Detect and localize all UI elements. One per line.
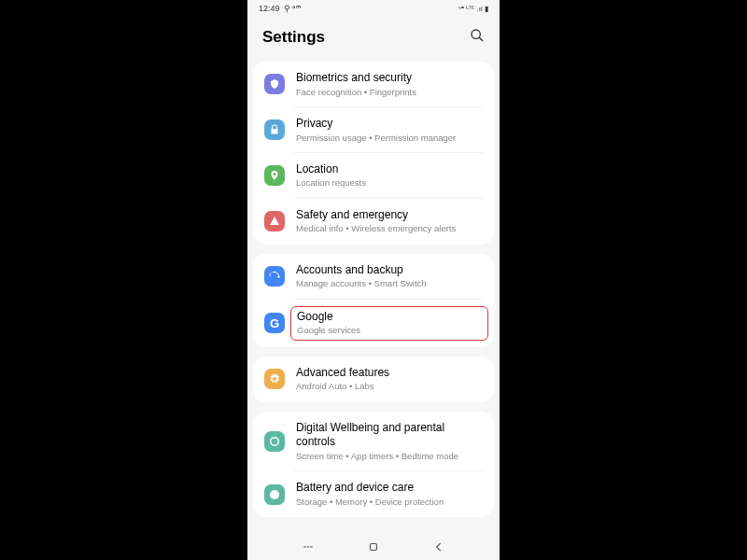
item-title: Advanced features [296, 366, 483, 381]
item-text: Safety and emergencyMedical info • Wirel… [296, 208, 483, 235]
settings-item-battery[interactable]: Battery and device careStorage • Memory … [253, 471, 494, 517]
search-icon [470, 28, 485, 43]
svg-rect-5 [371, 544, 377, 551]
settings-list: Biometrics and securityFace recognition … [247, 62, 500, 517]
svg-line-1 [479, 37, 483, 41]
settings-section: Digital Wellbeing and parental controlsS… [253, 412, 494, 517]
settings-section: Accounts and backupManage accounts • Sma… [253, 254, 494, 347]
item-subtitle: Medical info • Wireless emergency alerts [296, 223, 483, 234]
status-right: ᵛᵒ ᴸᵀᴱ .ıl ▮ [458, 5, 488, 13]
settings-item-google[interactable]: GGoogleGoogle services [253, 300, 494, 347]
page-title: Settings [262, 28, 325, 47]
search-button[interactable] [470, 28, 485, 47]
item-title: Digital Wellbeing and parental controls [296, 421, 483, 450]
item-subtitle: Google services [297, 325, 482, 336]
item-subtitle: Location requests [296, 177, 483, 189]
sync-icon [264, 266, 285, 287]
settings-item-advanced[interactable]: Advanced featuresAndroid Auto • Labs [253, 357, 494, 402]
settings-section: Advanced featuresAndroid Auto • Labs [253, 357, 494, 402]
settings-item-location[interactable]: LocationLocation requests [253, 153, 494, 199]
item-text: Digital Wellbeing and parental controlsS… [296, 421, 483, 463]
svg-point-0 [472, 30, 480, 38]
battery-icon [264, 484, 285, 505]
settings-item-digital[interactable]: Digital Wellbeing and parental controlsS… [253, 412, 494, 472]
header: Settings [247, 17, 500, 62]
status-bar: 12:49 ⚲ ᵃᵐ ᵛᵒ ᴸᵀᴱ .ıl ▮ [247, 0, 500, 17]
item-title: Biometrics and security [296, 71, 483, 86]
item-text: GoogleGoogle services [290, 306, 488, 341]
item-subtitle: Face recognition • Fingerprints [296, 87, 483, 98]
gear-icon [264, 369, 285, 389]
status-time: 12:49 [259, 4, 280, 13]
wellbeing-icon [264, 431, 285, 452]
settings-item-biometrics[interactable]: Biometrics and securityFace recognition … [253, 62, 494, 107]
status-indicators: ⚲ ᵃᵐ [284, 4, 303, 13]
item-text: PrivacyPermission usage • Permission man… [296, 117, 483, 144]
item-title: Location [296, 162, 483, 177]
lock-icon [264, 119, 285, 140]
pin-icon [264, 165, 285, 186]
item-subtitle: Manage accounts • Smart Switch [296, 278, 483, 289]
nav-home-button[interactable] [366, 539, 381, 554]
item-text: Advanced featuresAndroid Auto • Labs [296, 366, 483, 393]
item-text: Battery and device careStorage • Memory … [296, 481, 483, 508]
nav-recent-button[interactable] [301, 539, 316, 554]
item-text: LocationLocation requests [296, 162, 483, 189]
item-title: Google [297, 310, 482, 325]
item-title: Accounts and backup [296, 263, 483, 278]
nav-bar [247, 534, 500, 560]
item-text: Biometrics and securityFace recognition … [296, 71, 483, 98]
item-subtitle: Android Auto • Labs [296, 381, 483, 392]
item-subtitle: Permission usage • Permission manager [296, 133, 483, 144]
item-title: Privacy [296, 117, 483, 132]
item-subtitle: Screen time • App timers • Bedtime mode [296, 451, 483, 462]
shield-icon [264, 74, 285, 94]
g-icon: G [264, 313, 285, 333]
item-subtitle: Storage • Memory • Device protection [296, 497, 483, 508]
item-text: Accounts and backupManage accounts • Sma… [296, 263, 483, 290]
settings-item-safety[interactable]: Safety and emergencyMedical info • Wirel… [253, 199, 494, 245]
nav-back-button[interactable] [431, 539, 446, 554]
settings-item-accounts[interactable]: Accounts and backupManage accounts • Sma… [253, 254, 494, 300]
phone-frame: 12:49 ⚲ ᵃᵐ ᵛᵒ ᴸᵀᴱ .ıl ▮ Settings Biometr… [247, 0, 500, 560]
item-title: Battery and device care [296, 481, 483, 496]
item-title: Safety and emergency [296, 208, 483, 223]
settings-item-privacy[interactable]: PrivacyPermission usage • Permission man… [253, 107, 494, 153]
settings-section: Biometrics and securityFace recognition … [253, 62, 494, 245]
alert-icon [264, 211, 285, 231]
